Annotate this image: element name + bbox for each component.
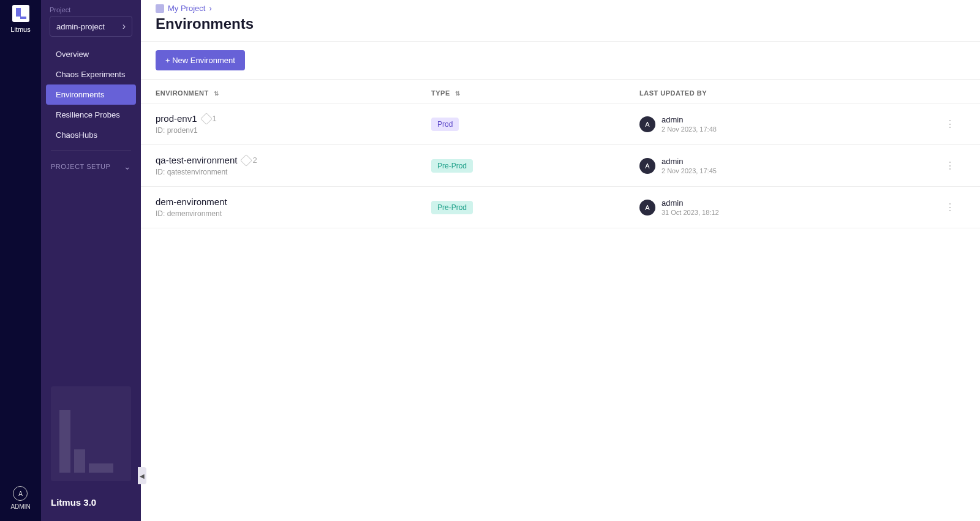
sidebar: Project admin-project Overview Chaos Exp… <box>41 0 141 521</box>
table-header: ENVIRONMENT TYPE LAST UPDATED BY <box>141 80 980 103</box>
app-rail: Litmus A ADMIN <box>0 0 41 521</box>
table-row[interactable]: dem-environment ID: demenvironment Pre-P… <box>141 187 980 228</box>
type-badge: Pre-Prod <box>431 201 473 214</box>
sidebar-footer: Litmus 3.0 <box>41 378 141 521</box>
environment-name: qa-test-environment2 <box>156 155 257 165</box>
user-avatar-icon: A <box>639 200 655 216</box>
chevron-right-icon: › <box>209 4 211 13</box>
breadcrumb-project: My Project <box>168 4 205 13</box>
row-actions-menu-button[interactable]: ⋮ <box>935 160 965 171</box>
updated-by-user: admin <box>662 115 717 124</box>
tag-icon: 2 <box>242 156 257 165</box>
sidebar-chart-placeholder <box>51 386 131 481</box>
sidebar-item-chaos-experiments[interactable]: Chaos Experiments <box>46 64 136 84</box>
litmus-version: Litmus 3.0 <box>51 497 131 508</box>
sidebar-item-chaoshubs[interactable]: ChaosHubs <box>46 125 136 145</box>
updated-by-user: admin <box>662 157 717 166</box>
sort-icon <box>455 89 461 97</box>
project-setup-label: PROJECT SETUP <box>51 163 110 170</box>
sort-icon <box>214 89 219 97</box>
sidebar-item-environments[interactable]: Environments <box>46 84 136 105</box>
environment-id: ID: qatestenvironment <box>156 168 257 176</box>
litmus-logo-icon[interactable] <box>12 5 29 22</box>
page-title: Environments <box>141 13 980 42</box>
environment-id: ID: demenvironment <box>156 209 227 218</box>
updated-by-user: admin <box>662 198 719 208</box>
brand-name: Litmus <box>10 26 30 33</box>
sidebar-item-overview[interactable]: Overview <box>46 44 136 64</box>
user-role-label: ADMIN <box>10 503 30 510</box>
column-header-updated: LAST UPDATED BY <box>639 89 935 97</box>
table-row[interactable]: prod-env11 ID: prodenv1 Prod A admin 2 N… <box>141 103 980 145</box>
type-badge: Prod <box>431 118 459 131</box>
user-avatar-icon: A <box>13 486 28 501</box>
column-header-type[interactable]: TYPE <box>431 89 639 97</box>
row-actions-menu-button[interactable]: ⋮ <box>935 118 965 130</box>
environment-name: dem-environment <box>156 197 227 207</box>
project-selector[interactable]: admin-project <box>50 16 132 37</box>
user-avatar-icon: A <box>639 158 655 174</box>
project-label: Project <box>41 0 141 16</box>
column-header-environment[interactable]: ENVIRONMENT <box>156 89 431 97</box>
table-body: prod-env11 ID: prodenv1 Prod A admin 2 N… <box>141 103 980 228</box>
project-setup-toggle[interactable]: PROJECT SETUP <box>51 150 131 176</box>
updated-by-date: 31 Oct 2023, 18:12 <box>662 209 719 216</box>
type-badge: Pre-Prod <box>431 159 473 173</box>
row-actions-menu-button[interactable]: ⋮ <box>935 201 965 213</box>
user-avatar-icon: A <box>639 116 655 132</box>
toolbar: + New Environment <box>141 42 980 80</box>
main-content: My Project › Environments + New Environm… <box>141 0 980 521</box>
chevron-right-icon <box>123 21 126 32</box>
project-selected-name: admin-project <box>56 22 105 31</box>
updated-by-date: 2 Nov 2023, 17:48 <box>662 126 717 133</box>
table-row[interactable]: qa-test-environment2 ID: qatestenvironme… <box>141 145 980 187</box>
tag-icon: 1 <box>202 114 217 123</box>
breadcrumb[interactable]: My Project › <box>141 0 980 13</box>
new-environment-button[interactable]: + New Environment <box>156 50 245 70</box>
updated-by-date: 2 Nov 2023, 17:45 <box>662 167 717 174</box>
environment-name: prod-env11 <box>156 113 217 124</box>
environment-id: ID: prodenv1 <box>156 126 217 135</box>
project-icon <box>156 4 164 13</box>
sidebar-collapse-button[interactable]: ◀ <box>138 467 146 484</box>
sidebar-item-resilience-probes[interactable]: Resilience Probes <box>46 105 136 125</box>
chevron-down-icon <box>124 162 132 171</box>
rail-user-section[interactable]: A ADMIN <box>10 486 30 510</box>
